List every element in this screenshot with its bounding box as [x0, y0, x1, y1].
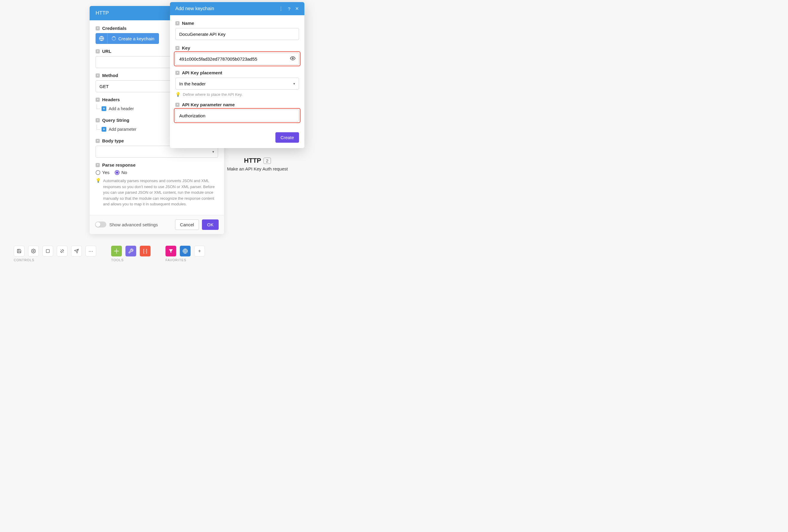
more-icon[interactable]: ⋮ — [279, 6, 283, 11]
parse-response-field: Parse response Yes No 💡 Automatically pa… — [96, 162, 218, 207]
headers-label: Headers — [102, 97, 120, 102]
bottom-toolbar: ⋯ CONTROLS [·] TOOLS + FAVORITES — [14, 246, 380, 262]
placement-value: In the header — [179, 81, 205, 86]
add-parameter-label: Add parameter — [109, 127, 137, 132]
favorites-group: + FAVORITES — [165, 246, 205, 262]
keychain-key-label: Key — [182, 45, 190, 50]
parse-no-label: No — [121, 170, 127, 175]
magic-icon[interactable] — [57, 246, 67, 257]
chevron-down-icon[interactable] — [96, 26, 100, 30]
help-icon[interactable]: ? — [288, 6, 290, 11]
chevron-down-icon[interactable] — [175, 71, 179, 75]
modal-footer: Create — [170, 129, 304, 148]
bodytype-label: Body type — [102, 138, 124, 143]
node-subtitle: Make an API Key Auth request — [227, 166, 288, 171]
parse-no-radio[interactable]: No — [115, 170, 127, 175]
radio-icon — [96, 170, 100, 175]
create-keychain-button[interactable]: Create a keychain — [96, 33, 159, 44]
credentials-label: Credentials — [102, 26, 127, 31]
paramname-label: API Key parameter name — [182, 102, 235, 107]
radio-icon — [115, 170, 119, 175]
chevron-down-icon[interactable] — [96, 98, 100, 102]
method-value: GET — [99, 84, 109, 89]
tools-group: [·] TOOLS — [111, 246, 151, 262]
placement-hint: Define where to place the API Key. — [183, 92, 242, 97]
svg-point-1 — [292, 58, 294, 59]
url-label: URL — [102, 49, 112, 54]
advanced-label: Show advanced settings — [109, 222, 158, 227]
plane-icon[interactable] — [71, 246, 82, 257]
keychain-name-field: Name — [175, 21, 299, 40]
close-icon[interactable]: ✕ — [295, 6, 299, 11]
cancel-button[interactable]: Cancel — [175, 220, 199, 230]
advanced-toggle[interactable] — [95, 222, 106, 227]
spinner-icon — [112, 36, 116, 41]
bulb-icon: 💡 — [175, 92, 180, 97]
keychain-key-input[interactable] — [175, 53, 299, 65]
plus-icon: + — [102, 127, 106, 132]
paramname-input[interactable] — [175, 109, 299, 122]
globe-icon — [96, 34, 107, 44]
modal-body: Name Key API Key placement — [170, 15, 304, 129]
svg-rect-3 — [46, 250, 50, 253]
node-title: HTTP — [244, 157, 261, 164]
fav-plus-icon[interactable]: + — [194, 246, 205, 257]
gear-icon[interactable] — [28, 246, 39, 257]
create-button[interactable]: Create — [275, 132, 299, 143]
fav-filter-icon[interactable] — [165, 246, 176, 257]
eye-icon[interactable] — [290, 56, 295, 62]
keychain-key-field: Key — [175, 45, 299, 66]
tool-wrench-icon[interactable] — [125, 246, 136, 257]
method-label: Method — [102, 73, 118, 78]
chevron-down-icon[interactable] — [175, 21, 179, 25]
parse-yes-label: Yes — [102, 170, 109, 175]
save-icon[interactable] — [14, 246, 24, 257]
querystring-label: Query String — [102, 118, 129, 123]
keychain-name-input[interactable] — [175, 28, 299, 40]
chevron-down-icon[interactable] — [175, 103, 179, 107]
chevron-down-icon[interactable] — [96, 74, 100, 78]
favorites-label: FAVORITES — [165, 258, 205, 262]
add-keychain-modal: Add new keychain ⋮ ? ✕ Name Key — [170, 2, 304, 148]
chevron-down-icon[interactable] — [96, 49, 100, 54]
placement-label: API Key placement — [182, 70, 222, 75]
keychain-placement-field: API Key placement In the header 💡 Define… — [175, 70, 299, 97]
chevron-down-icon[interactable] — [175, 46, 179, 50]
tool-gear-icon[interactable] — [111, 246, 122, 257]
create-keychain-label: Create a keychain — [118, 36, 154, 41]
parse-hint: Automatically parses responses and conve… — [103, 178, 218, 207]
chevron-down-icon[interactable] — [96, 163, 100, 167]
ok-button[interactable]: OK — [202, 220, 219, 230]
bulb-icon: 💡 — [96, 178, 101, 207]
tool-brackets-icon[interactable]: [·] — [140, 246, 151, 257]
note-icon[interactable] — [42, 246, 53, 257]
fav-globe-icon[interactable] — [180, 246, 191, 257]
add-header-label: Add a header — [109, 106, 134, 111]
canvas-http-node[interactable]: HTTP 2 Make an API Key Auth request — [227, 157, 288, 171]
keychain-paramname-field: API Key parameter name — [175, 102, 299, 123]
modal-header: Add new keychain ⋮ ? ✕ — [170, 2, 304, 15]
parse-yes-radio[interactable]: Yes — [96, 170, 109, 175]
svg-point-2 — [33, 250, 34, 252]
parse-response-label: Parse response — [102, 162, 136, 167]
more-icon[interactable]: ⋯ — [85, 246, 96, 257]
node-badge: 2 — [263, 158, 271, 164]
svg-point-4 — [116, 250, 117, 252]
controls-group: ⋯ CONTROLS — [14, 246, 96, 262]
chevron-down-icon[interactable] — [96, 118, 100, 122]
controls-label: CONTROLS — [14, 258, 96, 262]
keychain-name-label: Name — [182, 21, 194, 26]
tools-label: TOOLS — [111, 258, 151, 262]
placement-select[interactable]: In the header — [175, 78, 299, 89]
chevron-down-icon[interactable] — [96, 139, 100, 143]
panel-footer: Show advanced settings Cancel OK — [90, 215, 224, 234]
modal-title: Add new keychain — [175, 6, 214, 11]
plus-icon: + — [102, 106, 106, 111]
